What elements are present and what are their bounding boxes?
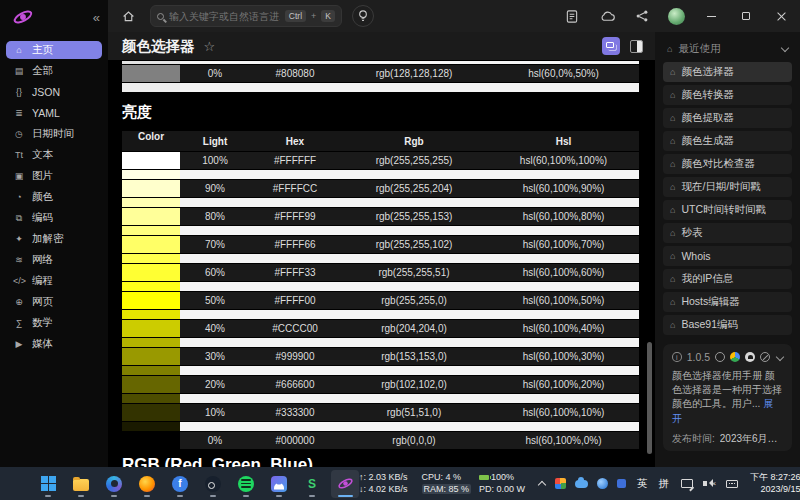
user-avatar[interactable]	[668, 8, 685, 25]
sidebar-item-text[interactable]: Tt文本	[6, 146, 102, 164]
recent-item-11[interactable]: ⌂Base91编码	[663, 315, 792, 335]
field-label: 工具教程:	[672, 450, 715, 451]
taskbar-app-spotify[interactable]	[232, 470, 260, 498]
light-cell: 0%	[180, 435, 250, 446]
sidebar-item-color[interactable]: ◔颜色	[6, 188, 102, 206]
sidebar-collapse-icon[interactable]: «	[93, 10, 100, 25]
taskbar-app-he3[interactable]	[331, 470, 359, 498]
taskbar-app-cat-app[interactable]	[265, 470, 293, 498]
history-icon[interactable]	[715, 352, 725, 362]
taskbar-clock[interactable]: 下午 8:27:26 2023/9/15	[750, 472, 800, 495]
recent-item-5[interactable]: ⌂现在/日期/时间戳	[663, 177, 792, 197]
recent-item-10[interactable]: ⌂Hosts编辑器	[663, 292, 792, 312]
recent-item-2[interactable]: ⌂颜色提取器	[663, 108, 792, 128]
sidebar-item-math[interactable]: ∑数学	[6, 314, 102, 332]
scrollbar-thumb[interactable]	[647, 342, 652, 454]
recent-item-6[interactable]: ⌂UTC时间转时间戳	[663, 200, 792, 220]
light-cell: 50%	[180, 295, 250, 306]
taskbar-app-screentogif[interactable]: S	[298, 470, 326, 498]
sidebar-item-web[interactable]: ⊕网页	[6, 293, 102, 311]
tray-expand-icon[interactable]	[538, 480, 546, 488]
hex-cell: #333300	[250, 407, 340, 418]
tool-icon: ⌂	[670, 228, 675, 238]
ime-indicator-pinyin[interactable]: 拼	[659, 477, 670, 491]
close-button[interactable]	[772, 7, 790, 25]
recent-item-label: 颜色转换器	[681, 88, 734, 102]
taskbar-app-file-explorer[interactable]	[67, 470, 95, 498]
sidebar-item-label: 编程	[32, 274, 53, 288]
taskbar-app-edge[interactable]	[100, 470, 128, 498]
pinwheel-tray-icon[interactable]	[555, 478, 566, 489]
power-draw: PD: 0.00 W	[479, 484, 525, 496]
recent-item-3[interactable]: ⌂颜色生成器	[663, 131, 792, 151]
battery-widget[interactable]: 100% PD: 0.00 W	[479, 472, 525, 495]
recent-item-9[interactable]: ⌂我的IP信息	[663, 269, 792, 289]
sidebar-item-all[interactable]: ▤全部	[6, 62, 102, 80]
sidebar-item-yaml[interactable]: ≣YAML	[6, 104, 102, 122]
he3-logo-icon	[12, 6, 34, 28]
running-indicator	[309, 495, 315, 497]
network-speed-widget[interactable]: ↑: 2.03 KB/s ↓: 4.02 KB/s	[359, 472, 408, 495]
search-bar[interactable]: Ctrl + K	[150, 5, 342, 27]
download-speed: ↓: 4.02 KB/s	[359, 484, 408, 496]
f-app-icon: f	[172, 475, 189, 492]
sidebar-item-datetime[interactable]: ◷日期时间	[6, 125, 102, 143]
lightbulb-icon[interactable]	[352, 5, 374, 27]
touch-keyboard-icon[interactable]	[726, 480, 738, 488]
recent-item-label: 颜色提取器	[681, 111, 734, 125]
rgb-cell: rgb(255,255,102)	[340, 239, 488, 250]
minimize-button[interactable]	[702, 7, 720, 25]
website-icon[interactable]	[730, 352, 740, 362]
sidebar-item-crypto[interactable]: ✦加解密	[6, 230, 102, 248]
sidebar-item-encode[interactable]: ⧉编码	[6, 209, 102, 227]
chevron-down-icon[interactable]	[776, 353, 784, 361]
sidebar-item-image[interactable]: ▣图片	[6, 167, 102, 185]
tool-about-card: i 1.0.5 颜色选择器使用手册 颜色选择器是一种用于选择颜色的工具。用户..…	[663, 344, 792, 451]
favorite-star-icon[interactable]: ☆	[204, 39, 216, 54]
sidebar-item-json[interactable]: {}JSON	[6, 83, 102, 101]
widget-tray-icon[interactable]	[617, 479, 626, 488]
recent-item-1[interactable]: ⌂颜色转换器	[663, 85, 792, 105]
color-swatch	[122, 320, 180, 337]
cloud-tray-icon[interactable]	[575, 480, 588, 488]
taskbar-app-steam[interactable]	[199, 470, 227, 498]
verified-icon[interactable]	[760, 352, 770, 362]
speaker-muted-icon[interactable]: ×	[703, 479, 716, 489]
defender-tray-icon[interactable]	[597, 478, 608, 489]
pen-display-icon[interactable]	[681, 479, 693, 488]
share-icon[interactable]	[633, 7, 651, 25]
sidebar-item-label: JSON	[32, 86, 60, 98]
panel-toggle-icon[interactable]	[630, 40, 643, 53]
info-icon: i	[672, 352, 682, 362]
taskbar-app-start[interactable]	[34, 470, 62, 498]
recent-item-0[interactable]: ⌂颜色选择器	[663, 62, 792, 82]
recent-header[interactable]: ⌂ 最近使用	[663, 40, 792, 62]
ime-indicator-en[interactable]: 英	[637, 477, 648, 491]
github-icon[interactable]	[745, 352, 755, 362]
sidebar-item-programming[interactable]: </>编程	[6, 272, 102, 290]
taskbar-app-f-app[interactable]: f	[166, 470, 194, 498]
recent-item-7[interactable]: ⌂秒表	[663, 223, 792, 243]
stripe-swatch	[122, 310, 180, 319]
color-swatch	[122, 348, 180, 365]
table-stripe	[122, 310, 639, 319]
sidebar-item-label: 文本	[32, 148, 53, 162]
changelog-icon[interactable]	[563, 7, 581, 25]
ram-usage: RAM: 85 %	[422, 484, 472, 494]
section-title-lightness: 亮度	[122, 103, 639, 122]
taskbar-app-firefox[interactable]	[133, 470, 161, 498]
sidebar-item-network[interactable]: ≋网络	[6, 251, 102, 269]
translate-button[interactable]	[602, 37, 620, 55]
search-input[interactable]	[169, 11, 280, 22]
recent-item-4[interactable]: ⌂颜色对比检查器	[663, 154, 792, 174]
maximize-button[interactable]	[737, 7, 755, 25]
sidebar-item-home[interactable]: ⌂主页	[6, 41, 102, 59]
sidebar-item-media[interactable]: ▶媒体	[6, 335, 102, 353]
page-title: 颜色选择器	[122, 37, 195, 56]
cpu-ram-widget[interactable]: CPU: 4 % RAM: 85 %	[422, 472, 472, 495]
cloud-sync-icon[interactable]	[598, 7, 616, 25]
color-wheel-icon: ◔	[13, 192, 25, 202]
recent-item-8[interactable]: ⌂Whois	[663, 246, 792, 266]
home-icon[interactable]	[118, 6, 138, 26]
field-label: 发布时间:	[672, 432, 715, 446]
